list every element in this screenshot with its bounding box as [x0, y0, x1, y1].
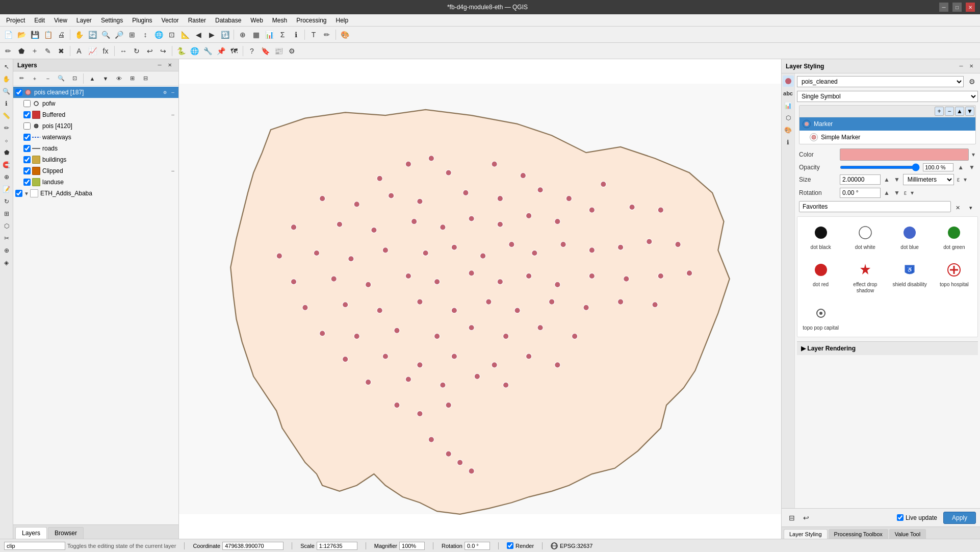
size-up-button[interactable]: ▲ [883, 176, 891, 183]
zoom-out-button[interactable]: 🔎 [113, 29, 125, 41]
style-manager-button[interactable]: 🎨 [339, 29, 351, 41]
rotation-down-button[interactable]: ▼ [893, 189, 901, 196]
3d-view-tab-button[interactable]: ⬡ [783, 112, 794, 123]
apply-button[interactable]: Apply [943, 512, 976, 524]
refresh-button[interactable]: 🔃 [219, 29, 231, 41]
zoom-scale-button[interactable]: ⊕ [237, 29, 249, 41]
menu-settings[interactable]: Settings [97, 16, 127, 25]
symbol-cell-dot-red[interactable]: dot red [800, 256, 842, 297]
node-tool[interactable]: ◈ [1, 257, 12, 268]
select-tool[interactable]: ↖ [1, 61, 12, 72]
form-tool[interactable]: 📝 [1, 184, 12, 195]
tab-browser[interactable]: Browser [48, 527, 84, 539]
size-input[interactable] [840, 174, 881, 185]
zoom-to-selection-button[interactable]: ⊡ [166, 29, 178, 41]
layer-item-buffered[interactable]: Buffered ─ [13, 109, 178, 120]
layer-checkbox-waterways[interactable] [23, 134, 31, 141]
layer-checkbox-buildings[interactable] [23, 156, 31, 163]
vertex-tool[interactable]: ⬦ [1, 135, 12, 146]
coordinate-input[interactable] [222, 542, 283, 550]
menu-plugins[interactable]: Plugins [128, 16, 156, 25]
symbol-cell-dot-white[interactable]: dot white [844, 219, 886, 254]
open-project-button[interactable]: 📂 [15, 29, 28, 41]
move-symbol-up-button[interactable]: ▲ [955, 107, 964, 116]
size-unit-select[interactable]: Millimeters [903, 174, 954, 185]
layer-select[interactable]: pois_cleaned [797, 76, 964, 87]
opacity-down-button[interactable]: ▼ [968, 164, 976, 171]
menu-edit[interactable]: Edit [30, 16, 49, 25]
undo-button[interactable]: ↩ [144, 45, 156, 57]
rotate-button[interactable]: ↻ [131, 45, 143, 57]
layer-checkbox-pois[interactable] [23, 122, 31, 130]
field-calc-button[interactable]: fx [99, 45, 112, 57]
menu-help[interactable]: Help [332, 16, 353, 25]
measure-tool[interactable]: 📏 [1, 110, 12, 121]
new-project-button[interactable]: 📄 [2, 29, 14, 41]
delete-feature-button[interactable]: ✖ [55, 45, 67, 57]
tile-scale-button[interactable]: ▦ [250, 29, 262, 41]
symbol-tree-marker[interactable]: Marker [800, 117, 975, 131]
zoom-next-button[interactable]: ▶ [205, 29, 218, 41]
rotation-options-button[interactable]: ▾ [910, 189, 915, 196]
statistics-button[interactable]: 📊 [263, 29, 275, 41]
split-tool[interactable]: ✂ [1, 233, 12, 244]
symbol-cell-dot-blue[interactable]: dot blue [889, 219, 931, 254]
python-console-button[interactable]: 🐍 [175, 45, 187, 57]
symbol-cell-topo-hospital[interactable]: topo hospital [933, 256, 975, 297]
plugin-button-3[interactable]: 📌 [215, 45, 227, 57]
digitize-button[interactable]: ⬟ [15, 45, 28, 57]
filter-legend-button[interactable]: 🔍 [55, 72, 67, 85]
rendering-tab-button[interactable]: 🎨 [783, 124, 794, 136]
layer-item-pois[interactable]: pois [4120] [13, 120, 178, 132]
render-options-button[interactable]: ⊟ [786, 512, 798, 524]
zoom-native-button[interactable]: ↕ [139, 29, 151, 41]
layer-checkbox-buffered[interactable] [23, 111, 31, 118]
layer-checkbox-pofw[interactable] [23, 100, 31, 107]
merge-tool[interactable]: ⊕ [1, 245, 12, 256]
tab-layers[interactable]: Layers [15, 527, 47, 539]
menu-processing[interactable]: Processing [292, 16, 330, 25]
collapse-all-button[interactable]: ⊟ [139, 72, 151, 85]
menu-vector[interactable]: Vector [158, 16, 183, 25]
edit-feature-button[interactable]: ✎ [42, 45, 54, 57]
symbol-cell-topo-pop-capital[interactable]: topo pop capital [800, 299, 842, 335]
label-edit-button[interactable]: A [73, 45, 85, 57]
rotate-feature-tool[interactable]: ↻ [1, 196, 12, 207]
layer-options-pois-cleaned[interactable]: ⚙ [161, 89, 168, 96]
move-feature-button[interactable]: ↔ [117, 45, 130, 57]
add-symbol-layer-button[interactable]: + [935, 107, 944, 116]
symbol-search-options-button[interactable]: ▾ [965, 202, 976, 214]
opacity-slider[interactable] [840, 166, 920, 169]
remove-symbol-layer-button[interactable]: − [945, 107, 954, 116]
settings-button-tb[interactable]: ⚙ [286, 45, 298, 57]
layer-collapse-clipped[interactable]: ─ [169, 167, 176, 174]
layer-checkbox-roads[interactable] [23, 145, 31, 152]
layer-rendering-section[interactable]: ▶ Layer Rendering [797, 341, 978, 355]
layer-item-landuse[interactable]: landuse [13, 177, 178, 188]
filter-layer-by-map-button[interactable]: ⊡ [68, 72, 81, 85]
label-tool-button[interactable]: T [307, 29, 320, 41]
styling-close-button[interactable]: ✕ [967, 62, 976, 71]
open-layer-properties[interactable]: ✏ [15, 72, 28, 85]
layer-style-pois-cleaned[interactable]: ─ [169, 89, 176, 96]
metadata-tab-button[interactable]: ℹ [783, 137, 794, 148]
menu-layer[interactable]: Layer [72, 16, 96, 25]
save-as-button[interactable]: 📋 [42, 29, 54, 41]
menu-web[interactable]: Web [246, 16, 267, 25]
layer-item-eth-addis-ababa[interactable]: ▼ ETH_Addis_Ababa [13, 188, 178, 199]
map-canvas[interactable] [179, 59, 781, 539]
symbol-cell-shield-disability[interactable]: ♿ shield disability [889, 256, 931, 297]
menu-project[interactable]: Project [2, 16, 29, 25]
diagram-button[interactable]: 📈 [86, 45, 98, 57]
magnifier-input[interactable] [399, 542, 425, 550]
layer-checkbox-landuse[interactable] [23, 179, 31, 186]
save-project-button[interactable]: 💾 [29, 29, 41, 41]
layer-item-roads[interactable]: roads [13, 143, 178, 154]
maximize-button[interactable]: □ [952, 3, 962, 12]
sum-button[interactable]: Σ [276, 29, 289, 41]
menu-raster[interactable]: Raster [184, 16, 210, 25]
symbology-tab-button[interactable] [783, 76, 794, 87]
redo-button[interactable]: ↪ [157, 45, 169, 57]
styling-minimize-button[interactable]: ─ [957, 62, 966, 71]
symbol-search-input[interactable] [799, 201, 951, 212]
